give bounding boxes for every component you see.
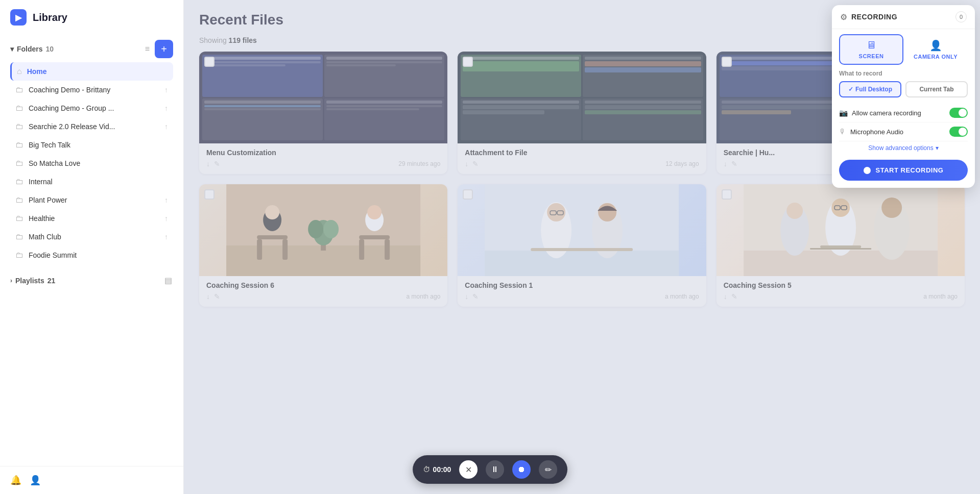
add-folder-button[interactable]: + xyxy=(155,40,173,58)
camera-toggle-label: 📷 Allow camera recording xyxy=(839,109,921,117)
sidebar-item-big-tech-talk[interactable]: 🗀 Big Tech Talk xyxy=(10,136,173,154)
folder-icon: 🗀 xyxy=(15,214,23,223)
camera-toggle[interactable] xyxy=(949,108,968,118)
user-icon[interactable]: 👤 xyxy=(30,475,41,486)
svg-rect-36 xyxy=(820,245,861,248)
section-title-what-to-record: What to record xyxy=(839,70,968,77)
download-icon[interactable]: ↓ xyxy=(724,292,727,301)
show-advanced-options[interactable]: Show advanced options ▾ xyxy=(839,141,968,155)
file-meta: ↓ ✎ a month ago xyxy=(724,292,958,301)
sidebar-item-coaching-group[interactable]: 🗀 Coaching Demo - Group ... ↑ xyxy=(10,99,173,117)
bottom-icons: 🔔 👤 xyxy=(10,475,173,486)
edit-icon[interactable]: ✎ xyxy=(472,160,479,168)
file-thumbnail xyxy=(199,184,447,276)
edit-button[interactable]: ✏ xyxy=(539,460,557,479)
tab-screen[interactable]: 🖥 SCREEN xyxy=(839,34,903,65)
file-select-checkbox[interactable] xyxy=(463,189,473,200)
file-name: Coaching Session 1 xyxy=(465,281,699,289)
edit-icon[interactable]: ✎ xyxy=(731,160,737,168)
file-card-coaching-session-5[interactable]: Coaching Session 5 ↓ ✎ a month ago xyxy=(716,184,965,307)
screen-tab-label: SCREEN xyxy=(859,53,884,59)
bell-icon[interactable]: 🔔 xyxy=(10,475,21,486)
file-card-menu-customization[interactable]: Menu Customization ↓ ✎ 29 minutes ago xyxy=(199,52,447,174)
svg-point-14 xyxy=(308,220,323,238)
sidebar-item-so-matcha[interactable]: 🗀 So Matcha Love xyxy=(10,154,173,172)
sidebar: ▶ Library ▾ Folders 10 ≡ + ⌂ Home 🗀 Coac… xyxy=(0,0,184,494)
microphone-toggle[interactable] xyxy=(949,127,968,137)
recording-panel-header: ⚙ RECORDING 0 xyxy=(832,5,975,29)
file-select-checkbox[interactable] xyxy=(204,57,214,67)
sidebar-item-internal[interactable]: 🗀 Internal xyxy=(10,172,173,191)
recording-count-badge: 0 xyxy=(955,11,967,22)
sidebar-item-plant-power[interactable]: 🗀 Plant Power ↑ xyxy=(10,191,173,209)
file-timestamp: 12 days ago xyxy=(665,160,699,167)
file-select-checkbox[interactable] xyxy=(722,57,732,67)
playlists-header[interactable]: › Playlists 21 ▤ xyxy=(10,275,173,286)
svg-rect-7 xyxy=(359,235,390,239)
file-thumbnail xyxy=(199,52,447,143)
file-timestamp: a month ago xyxy=(665,293,699,300)
sort-icon[interactable]: ≡ xyxy=(144,43,151,55)
file-select-checkbox[interactable] xyxy=(463,57,473,67)
download-icon[interactable]: ↓ xyxy=(206,160,210,168)
folders-section: ▾ Folders 10 ≡ + ⌂ Home 🗀 Coaching Demo … xyxy=(0,35,183,269)
what-to-record-section: What to record ✓ Full Desktop Current Ta… xyxy=(839,70,968,97)
record-type-tabs: 🖥 SCREEN 👤 CAMERA ONLY xyxy=(832,29,975,70)
playlist-action-icon[interactable]: ▤ xyxy=(163,275,173,286)
playlists-title[interactable]: › Playlists 21 xyxy=(10,277,55,285)
screen-tab-icon: 🖥 xyxy=(866,39,876,51)
file-thumbnail xyxy=(716,184,965,276)
full-desktop-option[interactable]: ✓ Full Desktop xyxy=(839,81,901,97)
microphone-icon: 🎙 xyxy=(839,128,846,136)
download-icon[interactable]: ↓ xyxy=(465,160,468,168)
pause-recording-button[interactable]: ⏸ xyxy=(486,460,504,479)
file-card-coaching-session-6[interactable]: Coaching Session 6 ↓ ✎ a month ago xyxy=(199,184,447,307)
file-select-checkbox[interactable] xyxy=(204,189,214,200)
file-timestamp: 29 minutes ago xyxy=(398,160,440,167)
file-timestamp: a month ago xyxy=(923,293,958,300)
edit-icon[interactable]: ✎ xyxy=(214,292,220,301)
stop-recording-button[interactable]: ✕ xyxy=(459,460,477,479)
record-source-options: ✓ Full Desktop Current Tab xyxy=(839,81,968,97)
file-meta: ↓ ✎ a month ago xyxy=(206,292,440,301)
svg-point-6 xyxy=(265,205,279,219)
sidebar-item-coaching-brittany[interactable]: 🗀 Coaching Demo - Brittany ↑ xyxy=(10,81,173,99)
file-card-attachment-to-file[interactable]: Attachment to File ↓ ✎ 12 days ago xyxy=(458,52,706,174)
download-icon[interactable]: ↓ xyxy=(206,292,210,301)
sidebar-item-math-club[interactable]: 🗀 Math Club ↑ xyxy=(10,228,173,246)
start-recording-button[interactable]: START RECORDING xyxy=(839,160,968,181)
sidebar-item-healthie[interactable]: 🗀 Healthie ↑ xyxy=(10,209,173,228)
file-name: Coaching Session 5 xyxy=(724,281,958,289)
camera-icon: 📷 xyxy=(839,109,848,117)
file-actions: ↓ ✎ xyxy=(465,160,479,168)
svg-point-29 xyxy=(786,203,803,219)
sidebar-item-searchie-release[interactable]: 🗀 Searchie 2.0 Release Vid... ↑ xyxy=(10,117,173,136)
sidebar-item-home[interactable]: ⌂ Home xyxy=(10,62,173,81)
edit-icon[interactable]: ✎ xyxy=(731,292,737,301)
settings-icon[interactable]: ⚙ xyxy=(840,12,847,22)
download-icon[interactable]: ↓ xyxy=(724,160,727,168)
svg-rect-4 xyxy=(282,239,288,260)
tab-camera-only[interactable]: 👤 CAMERA ONLY xyxy=(903,34,968,65)
playlists-section: › Playlists 21 ▤ xyxy=(0,269,183,291)
record-button[interactable]: ⏺ xyxy=(512,460,531,479)
file-select-checkbox[interactable] xyxy=(722,189,732,200)
file-card-coaching-session-1[interactable]: Coaching Session 1 ↓ ✎ a month ago xyxy=(458,184,706,307)
current-tab-option[interactable]: Current Tab xyxy=(905,81,968,97)
sidebar-bottom: 🔔 👤 xyxy=(0,466,183,494)
svg-rect-17 xyxy=(485,251,679,276)
file-info: Coaching Session 1 ↓ ✎ a month ago xyxy=(458,276,706,307)
file-actions: ↓ ✎ xyxy=(465,292,479,301)
sidebar-item-foodie-summit[interactable]: 🗀 Foodie Summit xyxy=(10,246,173,264)
edit-icon[interactable]: ✎ xyxy=(214,160,220,168)
file-name: Coaching Session 6 xyxy=(206,281,440,289)
svg-rect-25 xyxy=(531,248,633,251)
edit-icon[interactable]: ✎ xyxy=(472,292,479,301)
microphone-toggle-label: 🎙 Microphone Audio xyxy=(839,128,903,136)
main-content: Recent Files 🔍 Showing 119 files xyxy=(184,0,980,494)
timer-display: 00:00 xyxy=(433,465,451,474)
download-icon[interactable]: ↓ xyxy=(465,292,468,301)
page-title: Recent Files xyxy=(199,12,283,28)
chevron-down-icon: ▾ xyxy=(10,45,14,53)
file-info: Menu Customization ↓ ✎ 29 minutes ago xyxy=(199,143,447,174)
